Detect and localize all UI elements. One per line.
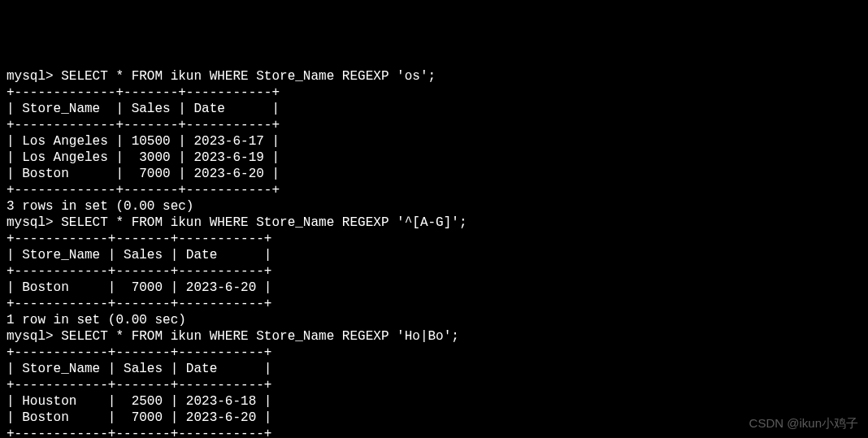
sql-query: mysql> SELECT * FROM ikun WHERE Store_Na… <box>7 215 861 231</box>
table-border: +------------+-------+-----------+ <box>7 345 861 361</box>
table-header: | Store_Name | Sales | Date | <box>7 247 861 263</box>
sql-query: mysql> SELECT * FROM ikun WHERE Store_Na… <box>7 328 861 345</box>
table-border: +-------------+-------+-----------+ <box>7 85 861 101</box>
table-header: | Store_Name | Sales | Date | <box>7 101 861 117</box>
table-border: +------------+-------+-----------+ <box>7 377 861 393</box>
status-line: 3 rows in set (0.00 sec) <box>7 198 861 215</box>
terminal-output[interactable]: mysql> SELECT * FROM ikun WHERE Store_Na… <box>7 68 861 438</box>
status-line: 1 row in set (0.00 sec) <box>7 312 861 328</box>
table-row: | Boston | 7000 | 2023-6-20 | <box>7 280 861 296</box>
table-border: +-------------+-------+-----------+ <box>7 117 861 133</box>
table-border: +------------+-------+-----------+ <box>7 296 861 312</box>
table-row: | Los Angeles | 3000 | 2023-6-19 | <box>7 150 861 166</box>
table-border: +------------+-------+-----------+ <box>7 426 861 438</box>
table-row: | Houston | 2500 | 2023-6-18 | <box>7 393 861 410</box>
table-row: | Boston | 7000 | 2023-6-20 | <box>7 410 861 426</box>
table-border: +------------+-------+-----------+ <box>7 263 861 280</box>
table-row: | Boston | 7000 | 2023-6-20 | <box>7 166 861 182</box>
table-header: | Store_Name | Sales | Date | <box>7 361 861 377</box>
table-border: +------------+-------+-----------+ <box>7 231 861 247</box>
sql-query: mysql> SELECT * FROM ikun WHERE Store_Na… <box>7 68 861 85</box>
table-row: | Los Angeles | 10500 | 2023-6-17 | <box>7 133 861 150</box>
watermark-text: CSDN @ikun小鸡子 <box>749 416 858 431</box>
table-border: +-------------+-------+-----------+ <box>7 182 861 198</box>
